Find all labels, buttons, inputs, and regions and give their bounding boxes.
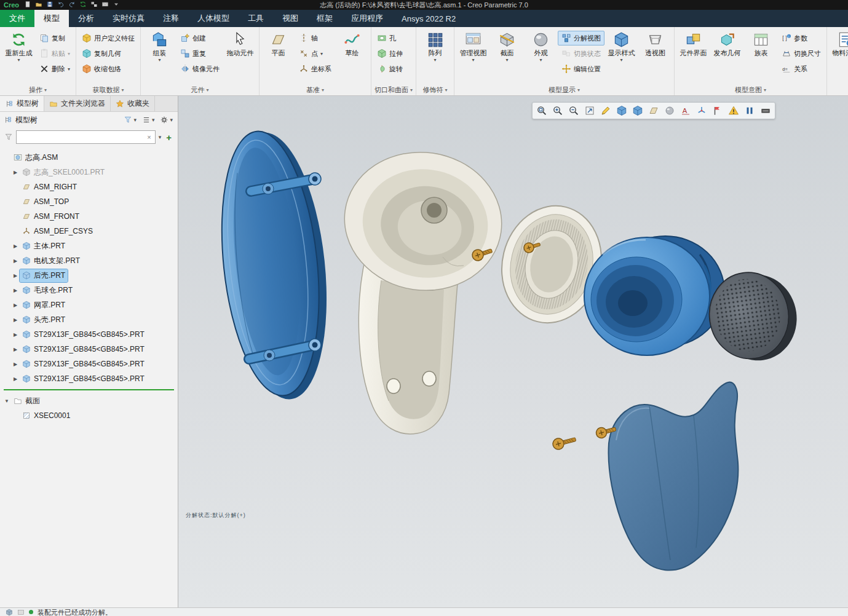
ribbon-group-label-datum[interactable]: 基准▾ bbox=[260, 85, 371, 95]
ribbon-button-csys[interactable]: 坐标系 bbox=[295, 61, 335, 76]
qa-dropdown-caret-icon-button[interactable] bbox=[113, 1, 120, 10]
gt-appearance-gallery-button[interactable] bbox=[662, 104, 677, 117]
expand-arrow-icon[interactable]: ▶ bbox=[11, 273, 20, 278]
tab-tools[interactable]: 工具 bbox=[239, 10, 273, 27]
expand-arrow-icon[interactable]: ▶ bbox=[11, 317, 20, 323]
tab-live-simulation[interactable]: 实时仿真 bbox=[103, 10, 154, 27]
expand-arrow-icon[interactable]: ▶ bbox=[11, 288, 20, 293]
graphics-area[interactable]: A 分解状态:默认分解(+) bbox=[178, 96, 848, 607]
tree-item[interactable]: ASM_RIGHT bbox=[0, 180, 178, 194]
gt-shading-button[interactable] bbox=[614, 104, 629, 117]
ribbon-group-label-model-intent[interactable]: 模型意图▾ bbox=[675, 85, 826, 95]
expand-arrow-icon[interactable]: ▶ bbox=[11, 376, 20, 382]
gt-zoom-region-button[interactable] bbox=[534, 104, 549, 117]
ribbon-button-perspective[interactable]: 透视图 bbox=[638, 29, 672, 58]
qa-undo-icon-button[interactable] bbox=[57, 1, 65, 10]
ribbon-button-repeat[interactable]: 重复 bbox=[176, 46, 223, 61]
ribbon-button-pattern[interactable]: 阵列▾ bbox=[418, 29, 452, 63]
expand-arrow-icon[interactable]: ▶ bbox=[11, 332, 20, 338]
tab-ansys[interactable]: Ansys 2022 R2 bbox=[392, 10, 465, 27]
gt-annotation-display-button[interactable]: A bbox=[678, 104, 693, 117]
ribbon-button-hole[interactable]: 孔 bbox=[373, 31, 406, 45]
gt-zoom-in-button[interactable] bbox=[550, 104, 565, 117]
gt-clip-button[interactable] bbox=[758, 104, 773, 117]
ribbon-button-switch-status[interactable]: 切换状态 bbox=[558, 46, 604, 61]
tree-item[interactable]: ▶ST29X13F_GB845<GB845>.PRT bbox=[0, 342, 178, 357]
tree-item[interactable]: ▶电机支架.PRT bbox=[0, 253, 178, 268]
gt-pause-button[interactable] bbox=[742, 104, 757, 117]
expand-arrow-icon[interactable]: ▶ bbox=[11, 243, 20, 249]
gt-zoom-out-button[interactable] bbox=[566, 104, 581, 117]
gt-repaint-button[interactable] bbox=[598, 104, 613, 117]
gt-saved-orientations-button[interactable] bbox=[710, 104, 725, 117]
expand-arrow-icon[interactable]: ▶ bbox=[11, 170, 20, 175]
tab-analysis[interactable]: 分析 bbox=[69, 10, 103, 27]
gt-display-style-button[interactable] bbox=[630, 104, 645, 117]
tree-settings-button[interactable]: ▾ bbox=[159, 115, 174, 125]
ribbon-button-regenerate[interactable]: 重新生成▾ bbox=[2, 29, 36, 63]
panel-tab-favorites[interactable]: 收藏夹 bbox=[111, 96, 155, 111]
part-blue-cup[interactable] bbox=[584, 236, 724, 355]
tree-item[interactable]: ▶志高_SKEL0001.PRT bbox=[0, 165, 178, 180]
ribbon-button-create-component[interactable]: 创建 bbox=[176, 31, 223, 45]
ribbon-button-datum-plane[interactable]: 平面 bbox=[261, 29, 295, 58]
qa-windows-icon-button[interactable] bbox=[90, 1, 98, 10]
tree-item[interactable]: ▼截面 bbox=[0, 393, 178, 408]
ribbon-button-switch-dimensions[interactable]: 切换尺寸 bbox=[778, 46, 825, 61]
tree-item[interactable]: ▶ST29X13F_GB845<GB845>.PRT bbox=[0, 371, 178, 386]
ribbon-button-component-interface[interactable]: 元件界面 bbox=[676, 29, 710, 58]
ribbon-group-label-model-display[interactable]: 模型显示▾ bbox=[454, 85, 674, 95]
ribbon-group-label-investigate[interactable]: 调查▾ bbox=[827, 85, 848, 95]
tree-item[interactable]: ASM_TOP bbox=[0, 194, 178, 209]
search-options-caret-icon[interactable]: ▾ bbox=[159, 134, 162, 140]
gt-datum-display-button[interactable] bbox=[646, 104, 661, 117]
tab-applications[interactable]: 应用程序 bbox=[342, 10, 392, 27]
ribbon-button-udf[interactable]: 用户定义特征 bbox=[78, 31, 138, 45]
tree-item[interactable]: ▶后壳.PRT bbox=[0, 268, 178, 283]
expand-tree-button[interactable]: + bbox=[164, 132, 173, 143]
expand-arrow-icon[interactable]: ▶ bbox=[11, 302, 20, 308]
ribbon-button-edit-position[interactable]: 编辑位置 bbox=[558, 61, 604, 76]
ribbon-group-label-component[interactable]: 元件▾ bbox=[141, 85, 259, 95]
tree-item[interactable]: 志高.ASM bbox=[0, 150, 178, 165]
gt-warning-button[interactable] bbox=[726, 104, 741, 117]
tree-item[interactable]: ASM_DEF_CSYS bbox=[0, 224, 178, 239]
clear-search-icon[interactable]: × bbox=[146, 133, 152, 141]
panel-tab-folder-browser[interactable]: 文件夹浏览器 bbox=[44, 96, 111, 111]
tree-item[interactable]: ▶ST29X13F_GB845<GB845>.PRT bbox=[0, 327, 178, 342]
tab-view[interactable]: 视图 bbox=[273, 10, 307, 27]
part-bottom-cover[interactable] bbox=[609, 382, 739, 571]
qa-open-icon-button[interactable] bbox=[35, 1, 42, 10]
tab-model[interactable]: 模型 bbox=[34, 10, 69, 27]
ribbon-group-label-get-data[interactable]: 获取数据▾ bbox=[76, 85, 140, 95]
panel-tab-model-tree[interactable]: 模型树 bbox=[0, 96, 44, 111]
gt-spin-center-button[interactable] bbox=[694, 104, 709, 117]
tree-item[interactable]: ASM_FRONT bbox=[0, 209, 178, 224]
ribbon-button-delete[interactable]: 删除▾ bbox=[36, 61, 74, 76]
tree-list-button[interactable]: ▾ bbox=[141, 115, 156, 125]
ribbon-group-label-operations[interactable]: 操作▾ bbox=[0, 85, 76, 95]
qa-regenerate-small-icon-button[interactable] bbox=[79, 1, 87, 10]
tree-item[interactable]: ▶ST29X13F_GB845<GB845>.PRT bbox=[0, 357, 178, 371]
ribbon-button-explode-view[interactable]: 分解视图 bbox=[558, 31, 604, 45]
ribbon-button-paste[interactable]: 粘贴▾ bbox=[36, 46, 74, 61]
ribbon-button-publish-geometry[interactable]: 发布几何 bbox=[710, 29, 744, 58]
ribbon-group-label-cut-surface[interactable]: 切口和曲面▾ bbox=[371, 85, 416, 95]
qa-save-icon-button[interactable] bbox=[46, 1, 53, 10]
ribbon-button-manage-views[interactable]: 管理视图▾ bbox=[456, 29, 490, 63]
expand-arrow-icon[interactable]: ▶ bbox=[11, 258, 20, 264]
tree-item[interactable]: ▶毛球仓.PRT bbox=[0, 283, 178, 298]
ribbon-button-revolve[interactable]: 旋转 bbox=[373, 61, 406, 76]
ribbon-button-family-table[interactable]: 族表 bbox=[744, 29, 778, 58]
ribbon-button-parameters[interactable]: [ ]i参数 bbox=[778, 31, 825, 45]
expand-arrow-icon[interactable]: ▼ bbox=[2, 398, 11, 404]
ribbon-button-section[interactable]: 截面▾ bbox=[490, 29, 524, 63]
tab-manikin[interactable]: 人体模型 bbox=[188, 10, 239, 27]
ribbon-button-display-style[interactable]: 显示样式▾ bbox=[604, 29, 638, 63]
tree-filter-button[interactable]: ▾ bbox=[122, 115, 138, 125]
qa-redo-icon-button[interactable] bbox=[68, 1, 76, 10]
expand-arrow-icon[interactable]: ▶ bbox=[11, 361, 20, 367]
gt-refit-button[interactable] bbox=[582, 104, 597, 117]
ribbon-button-copy-geometry[interactable]: 复制几何 bbox=[78, 46, 138, 61]
ribbon-button-copy[interactable]: 复制 bbox=[36, 31, 74, 45]
